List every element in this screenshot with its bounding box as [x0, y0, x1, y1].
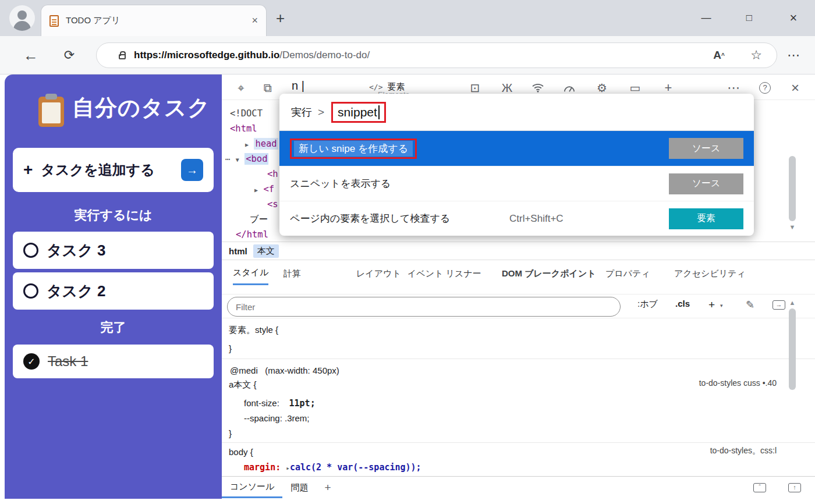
command-menu: 実行 > snippet 新しい snipe を作成する ソース スニペットを表… [279, 94, 754, 236]
devtools-close-icon[interactable]: × [786, 80, 804, 96]
hov-toggle[interactable]: :ホブ [637, 299, 658, 310]
add-task-row[interactable]: + タスクを追加する → [13, 148, 214, 192]
browser-navbar: ← ⟳ https://microsoftedge.github.io/Demo… [0, 36, 815, 74]
help-icon[interactable]: ? [756, 80, 774, 96]
divider [222, 442, 815, 443]
done-task-label: Task 1 [48, 353, 88, 370]
breadcrumb-html[interactable]: html [229, 246, 247, 256]
checkbox-circle-icon[interactable] [23, 283, 38, 299]
source-badge: ソース [669, 138, 743, 159]
task-item[interactable]: タスク 2 [13, 272, 214, 310]
profile-avatar[interactable] [9, 5, 35, 31]
tab-console[interactable]: コンソール [222, 477, 282, 498]
url-host: https://microsoftedge.github.io [134, 49, 279, 61]
refresh-icon[interactable]: ⟳ [59, 45, 79, 65]
styles-scrollbar-thumb[interactable] [789, 308, 796, 390]
add-task-submit-button[interactable]: → [181, 159, 203, 181]
style-rule-close: } [229, 428, 232, 438]
task-item[interactable]: タスク 3 [13, 232, 214, 269]
css-declaration[interactable]: margin: ▸calc(2 * var(--spacing)); [244, 462, 421, 473]
browser-tab[interactable]: TODO アプリ × [41, 5, 267, 36]
checkbox-circle-icon[interactable] [23, 243, 38, 258]
plus-icon: + [23, 161, 33, 179]
toolbar-partial-text: n | [292, 79, 304, 93]
command-item-label: スニペットを表示する [290, 177, 391, 190]
more-dots-icon: ⋯ [225, 154, 230, 164]
arrow-right-icon: → [186, 164, 198, 177]
undock-icon[interactable]: ↑ [788, 483, 801, 492]
keyboard-shortcut: Ctrl+Shift+C [509, 213, 564, 225]
command-item[interactable]: スニペットを表示する ソース [279, 166, 754, 201]
chevron-right-icon: ▶ [245, 141, 249, 148]
media-query[interactable]: @medi (max-width: 450px) [230, 365, 339, 375]
css-declaration[interactable]: --spacing: .3rem; [244, 413, 310, 423]
tab-title: TODO アプリ [66, 15, 251, 26]
drawer-expand-icon[interactable]: ˆ [753, 483, 766, 492]
elements-scrollbar-thumb[interactable] [789, 156, 796, 221]
maximize-button[interactable]: □ [736, 8, 763, 28]
text-cursor [378, 105, 380, 119]
command-input-row[interactable]: 実行 > snippet [279, 94, 754, 131]
new-tab-button[interactable]: + [276, 9, 285, 27]
brush-icon[interactable]: ✎ [746, 299, 754, 311]
chevron-down-icon: ▼ [236, 157, 239, 163]
window-close-button[interactable]: × [780, 8, 807, 28]
annotation-box: snippet [331, 102, 386, 123]
caret-down-icon: ▾ [720, 303, 723, 308]
devtools-drawer: コンソール 問題 + ˆ ↑ [222, 476, 815, 499]
todo-section-heading: 実行するには [5, 207, 222, 224]
task-label: タスク 3 [47, 240, 106, 261]
styles-filter-input[interactable] [227, 297, 621, 317]
task-label: タスク 2 [47, 281, 106, 301]
dom-breadcrumb: html 本文 [222, 242, 815, 260]
tab-styles[interactable]: スタイル [233, 262, 268, 285]
elements-badge: 要素 [669, 208, 743, 229]
favorites-star-icon[interactable]: ☆ [746, 45, 766, 65]
minimize-button[interactable]: — [693, 8, 720, 28]
browser-menu-icon[interactable]: ⋯ [784, 45, 803, 65]
url-bar[interactable]: https://microsoftedge.github.io/Demos/de… [96, 42, 777, 68]
checked-circle-icon[interactable]: ✓ [23, 353, 40, 370]
style-rule-selector[interactable]: body { [229, 447, 253, 457]
stylesheet-link[interactable]: to-do-styles cuss •.40 [699, 378, 777, 388]
browser-titlebar: TODO アプリ × + — □ × [0, 0, 815, 36]
clipboard-icon [38, 97, 64, 127]
tab-issues[interactable]: 問題 [282, 477, 316, 498]
tab-computed[interactable]: 計算 [284, 262, 301, 285]
scroll-up-icon[interactable]: ▲ [787, 299, 798, 306]
page-title: 自分のタスク [72, 93, 211, 123]
device-emulation-icon[interactable]: ⧉ [259, 80, 277, 96]
tab-accessibility[interactable]: アクセシビリティ [674, 262, 746, 285]
css-declaration[interactable]: font-size: 11pt; [244, 398, 316, 409]
tab-dom-breakpoints[interactable]: DOM ブレークポイント [502, 262, 596, 285]
styles-filter-row: :ホブ .cls + ▾ ✎ → ▲ [222, 294, 815, 318]
cls-toggle[interactable]: .cls [675, 299, 690, 308]
tab-event-listeners[interactable]: イベント リスナー [408, 262, 481, 285]
dock-sidebar-icon[interactable]: → [773, 300, 785, 310]
new-style-rule-icon[interactable]: + [708, 299, 715, 311]
stylesheet-link[interactable]: to-do-styles。css:l [710, 446, 777, 456]
divider [222, 359, 815, 359]
command-item-selected[interactable]: 新しい snipe を作成する ソース [279, 131, 754, 166]
annotation-box: 新しい snipe を作成する [290, 139, 417, 159]
scroll-down-icon[interactable]: ▼ [787, 223, 798, 230]
avatar-head-shape [17, 10, 27, 20]
tab-favicon-icon [49, 15, 59, 27]
command-query-text[interactable]: snippet [338, 105, 377, 119]
media-selector[interactable]: a本文 { [229, 379, 257, 391]
tab-properties[interactable]: プロパティ [605, 262, 650, 285]
command-item[interactable]: ページ内の要素を選択して検査する Ctrl+Shift+C 要素 [279, 201, 754, 236]
tab-layout[interactable]: レイアウト [356, 262, 401, 285]
tab-close-icon[interactable]: × [251, 15, 258, 27]
back-icon[interactable]: ← [21, 45, 41, 65]
command-item-label: ページ内の要素を選択して検査する [290, 212, 450, 225]
drawer-more-tabs-icon[interactable]: + [316, 477, 339, 498]
breadcrumb-body-selected[interactable]: 本文 [253, 244, 279, 258]
source-badge: ソース [669, 173, 743, 194]
inspect-element-icon[interactable]: ⌖ [232, 80, 250, 96]
command-item-label: 新しい snipe を作成する [294, 141, 413, 157]
style-rule-selector[interactable]: 要素。style { [229, 325, 278, 336]
done-task-item[interactable]: ✓ Task 1 [13, 345, 214, 378]
avatar-body-shape [13, 21, 31, 31]
read-aloud-icon[interactable]: A^ [709, 45, 729, 65]
